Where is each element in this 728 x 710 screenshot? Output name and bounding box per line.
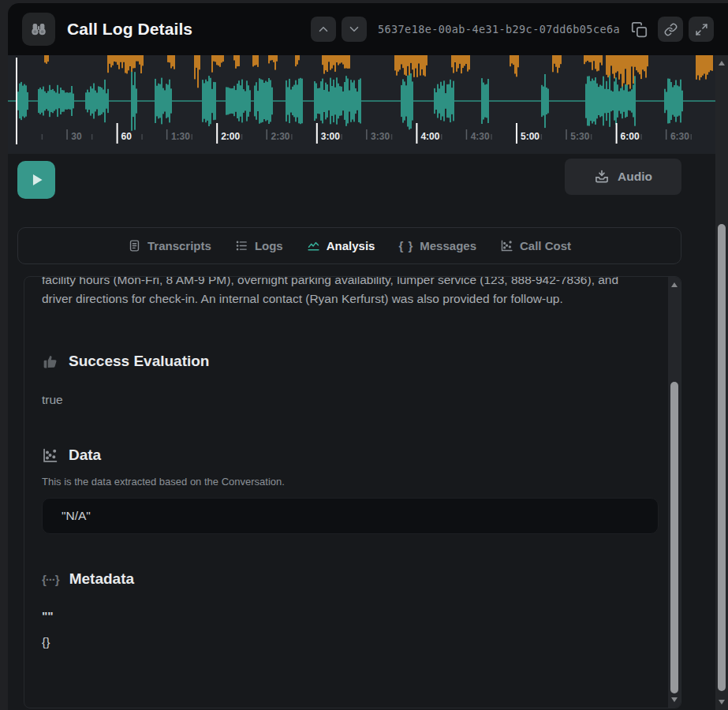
analysis-scroll-content: facility hours (Mon-Fri, 8 AM-9 PM), ove… <box>24 277 670 649</box>
link-icon <box>664 23 678 36</box>
svg-text:6:30: 6:30 <box>670 131 689 142</box>
tab-logs[interactable]: Logs <box>235 239 283 252</box>
scatter-chart-icon <box>500 239 513 252</box>
braces-dots-icon: {···} <box>42 573 59 586</box>
expand-button[interactable] <box>689 17 714 42</box>
success-evaluation-value: true <box>42 393 670 407</box>
thumbs-up-icon <box>42 353 58 370</box>
svg-text:3:30: 3:30 <box>371 131 390 142</box>
tab-analysis[interactable]: Analysis <box>307 239 375 252</box>
drawer-body: 30601:302:002:303:003:304:004:305:005:30… <box>8 55 728 710</box>
waveform[interactable]: 30601:302:002:303:003:304:004:305:005:30… <box>8 55 728 154</box>
data-value: "N/A" <box>62 509 91 523</box>
header-actions: 5637e18e-00ab-4e31-b29c-07dd6b05ce6a <box>311 17 714 42</box>
window-scrollbar-thumb[interactable] <box>718 224 726 691</box>
copy-button[interactable] <box>631 21 648 38</box>
panel-scrollbar-thumb[interactable] <box>670 382 678 693</box>
prev-call-button[interactable] <box>311 17 336 42</box>
svg-text:3:00: 3:00 <box>321 131 340 142</box>
scatter-chart-icon <box>42 447 58 464</box>
call-log-drawer: Call Log Details 5637e18e-00ab-4e31-b29c… <box>8 3 728 710</box>
scroll-up-arrow[interactable] <box>671 282 678 287</box>
page-title: Call Log Details <box>67 20 192 39</box>
analysis-icon <box>307 239 320 252</box>
audio-button-label: Audio <box>618 170 652 184</box>
success-evaluation-title: Success Evaluation <box>69 353 209 370</box>
drawer-header: Call Log Details 5637e18e-00ab-4e31-b29c… <box>8 3 728 55</box>
svg-text:4:30: 4:30 <box>471 131 490 142</box>
scroll-down-arrow[interactable] <box>671 697 678 702</box>
svg-text:2:00: 2:00 <box>221 131 240 142</box>
scroll-down-arrow[interactable] <box>719 700 725 704</box>
panel-scrollbar[interactable] <box>668 277 681 708</box>
svg-text:4:00: 4:00 <box>420 131 439 142</box>
metadata-object-value: {} <box>42 635 670 649</box>
metadata-string-value: "" <box>42 609 670 623</box>
tab-label: Logs <box>255 239 283 252</box>
next-call-button[interactable] <box>342 17 367 42</box>
binoculars-icon <box>29 20 48 39</box>
chevron-down-icon <box>347 22 361 36</box>
metadata-title: Metadata <box>69 570 134 588</box>
svg-text:60: 60 <box>121 131 133 142</box>
svg-text:5:30: 5:30 <box>570 131 589 142</box>
play-icon <box>25 169 47 191</box>
analysis-panel: facility hours (Mon-Fri, 8 AM-9 PM), ove… <box>24 276 681 708</box>
tab-label: Analysis <box>327 239 375 252</box>
play-button[interactable] <box>17 161 55 199</box>
braces-icon: { } <box>398 239 413 252</box>
data-heading: Data <box>42 447 670 464</box>
tab-label: Messages <box>420 239 476 252</box>
tab-label: Call Cost <box>520 239 571 252</box>
summary-text: facility hours (Mon-Fri, 8 AM-9 PM), ove… <box>42 276 651 308</box>
tab-label: Transcripts <box>147 239 211 252</box>
window-scrollbar[interactable] <box>715 55 728 710</box>
data-value-field[interactable]: "N/A" <box>42 498 659 534</box>
success-evaluation-heading: Success Evaluation <box>42 353 670 370</box>
tab-bar: Transcripts Logs Analysis <box>17 227 681 264</box>
chevron-up-icon <box>316 22 330 36</box>
tab-transcripts[interactable]: Transcripts <box>128 239 211 252</box>
svg-text:5:00: 5:00 <box>521 131 539 142</box>
scroll-up-arrow[interactable] <box>719 61 725 65</box>
copy-icon <box>631 21 648 38</box>
expand-icon <box>695 23 708 36</box>
data-title: Data <box>69 447 101 464</box>
svg-text:30: 30 <box>71 131 82 142</box>
svg-text:2:30: 2:30 <box>271 131 290 142</box>
transcripts-icon <box>128 239 141 252</box>
svg-text:6:00: 6:00 <box>621 131 640 142</box>
metadata-heading: {···} Metadata <box>42 570 670 588</box>
waveform-svg: 30601:302:002:303:003:304:004:305:005:30… <box>8 55 715 154</box>
audio-download-icon <box>594 169 610 185</box>
logs-icon <box>235 239 248 252</box>
tab-messages[interactable]: { } Messages <box>398 239 476 252</box>
svg-text:1:30: 1:30 <box>171 131 190 142</box>
call-id-text: 5637e18e-00ab-4e31-b29c-07dd6b05ce6a <box>378 23 620 36</box>
data-description: This is the data extracted based on the … <box>42 476 670 488</box>
tab-call-cost[interactable]: Call Cost <box>500 239 571 252</box>
copy-link-button[interactable] <box>658 17 683 42</box>
audio-download-button[interactable]: Audio <box>565 159 681 195</box>
playhead <box>16 58 17 144</box>
binoculars-icon-badge <box>22 13 55 46</box>
